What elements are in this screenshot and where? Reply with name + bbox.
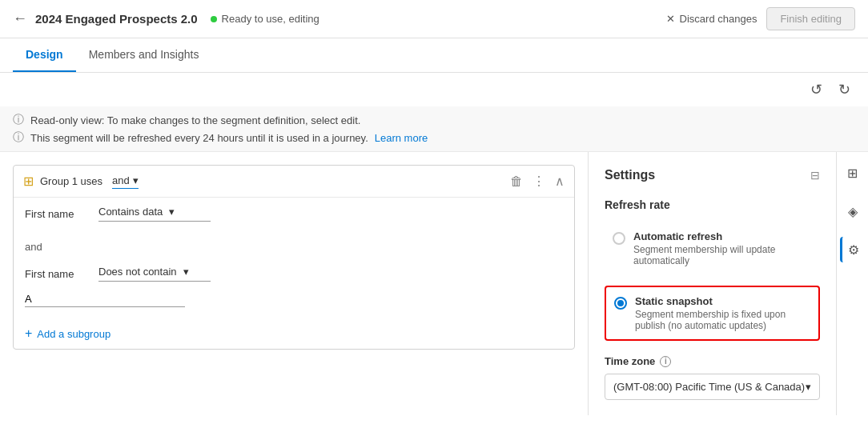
automatic-refresh-content: Automatic refresh Segment membership wil…: [633, 230, 812, 266]
automatic-refresh-desc: Segment membership will update automatic…: [633, 244, 812, 266]
collapse-icon[interactable]: ∧: [555, 174, 565, 189]
info-icon-1: ⓘ: [13, 113, 24, 127]
condition-row-2: First name Does not contain ▾: [14, 258, 574, 318]
back-button[interactable]: ←: [13, 10, 27, 27]
tab-design[interactable]: Design: [13, 38, 76, 72]
cube-icon[interactable]: ◈: [840, 198, 866, 224]
timezone-value: (GMT-08:00) Pacific Time (US & Canada): [613, 381, 805, 393]
finish-editing-button[interactable]: Finish editing: [766, 7, 855, 30]
info-icon-2: ⓘ: [13, 130, 24, 145]
static-snapshot-desc: Segment membership is fixed upon publish…: [635, 309, 810, 331]
and-separator: and: [14, 236, 574, 258]
status-dot: [211, 16, 217, 22]
chevron-down-icon: ▾: [133, 174, 139, 186]
tab-members-insights[interactable]: Members and Insights: [76, 38, 212, 72]
group-box: ⊞ Group 1 uses and ▾ 🗑 ⋮ ∧ First name Co…: [13, 165, 575, 350]
group-actions: 🗑 ⋮ ∧: [510, 174, 565, 189]
discard-label: Discard changes: [680, 13, 757, 25]
operator-value: and: [112, 174, 130, 186]
static-snapshot-radio[interactable]: [614, 297, 627, 310]
group-icon: ⊞: [23, 174, 34, 189]
discard-button[interactable]: ✕ Discard changes: [666, 13, 757, 25]
automatic-refresh-radio[interactable]: [613, 232, 625, 245]
group-operator-dropdown[interactable]: and ▾: [112, 174, 139, 189]
tabs: Design Members and Insights: [0, 38, 868, 73]
group-label: Group 1 uses: [40, 175, 102, 187]
value-input-container: [25, 288, 563, 310]
side-icons-panel: ⊞ ◈ ⚙: [836, 152, 868, 415]
notification-1: ⓘ Read-only view: To make changes to the…: [13, 113, 855, 127]
automatic-refresh-option[interactable]: Automatic refresh Segment membership wil…: [605, 222, 820, 274]
undo-redo-toolbar: ↺ ↻: [0, 73, 868, 106]
undo-button[interactable]: ↺: [806, 79, 827, 100]
redo-button[interactable]: ↻: [834, 79, 855, 100]
settings-panel-icon[interactable]: ⊟: [810, 169, 820, 182]
operator-select-2[interactable]: Does not contain ▾: [98, 266, 211, 282]
static-snapshot-option[interactable]: Static snapshot Segment membership is fi…: [605, 286, 820, 341]
status-text: Ready to use, editing: [222, 13, 319, 25]
notification-text-1: Read-only view: To make changes to the s…: [30, 114, 360, 126]
settings-title: Settings: [605, 168, 655, 182]
notification-2: ⓘ This segment will be refreshed every 2…: [13, 130, 855, 145]
condition-value-input[interactable]: [25, 291, 185, 307]
top-actions: ✕ Discard changes Finish editing: [666, 7, 855, 30]
timezone-info-icon: i: [660, 356, 671, 367]
timezone-section: Time zone i (GMT-08:00) Pacific Time (US…: [605, 355, 820, 400]
condition-row-1: First name Contains data ▾: [14, 198, 574, 236]
main-content: ⊞ Group 1 uses and ▾ 🗑 ⋮ ∧ First name Co…: [0, 152, 868, 415]
timezone-dropdown[interactable]: (GMT-08:00) Pacific Time (US & Canada) ▾: [605, 374, 820, 400]
add-subgroup-button[interactable]: + Add a subgroup: [14, 318, 574, 349]
static-snapshot-label: Static snapshot: [635, 295, 810, 307]
delete-icon[interactable]: 🗑: [510, 174, 523, 189]
page-title: 2024 Engaged Prospects 2.0: [35, 12, 198, 26]
operator-value-1: Contains data: [98, 206, 163, 218]
learn-more-link[interactable]: Learn more: [375, 132, 428, 144]
group-header: ⊞ Group 1 uses and ▾ 🗑 ⋮ ∧: [14, 166, 574, 198]
close-icon: ✕: [666, 13, 675, 25]
settings-header: Settings ⊟: [605, 168, 820, 182]
notification-text-2: This segment will be refreshed every 24 …: [30, 132, 368, 144]
plus-icon: +: [25, 326, 32, 341]
refresh-rate-title: Refresh rate: [605, 198, 820, 211]
grid-icon[interactable]: ⊞: [840, 160, 866, 186]
operator-chevron-1: ▾: [169, 206, 175, 218]
notifications-area: ⓘ Read-only view: To make changes to the…: [0, 106, 868, 152]
top-bar: ← 2024 Engaged Prospects 2.0 Ready to us…: [0, 0, 868, 38]
add-subgroup-label: Add a subgroup: [37, 328, 111, 340]
timezone-label: Time zone i: [605, 355, 820, 367]
operator-value-2: Does not contain: [98, 266, 177, 278]
operator-select-1[interactable]: Contains data ▾: [98, 206, 211, 222]
settings-icon[interactable]: ⚙: [840, 237, 866, 262]
more-icon[interactable]: ⋮: [532, 174, 545, 189]
automatic-refresh-label: Automatic refresh: [633, 230, 812, 242]
field-label-1: First name: [25, 208, 89, 220]
settings-panel: Settings ⊟ Refresh rate Automatic refres…: [588, 152, 836, 415]
operator-chevron-2: ▾: [183, 266, 189, 278]
static-snapshot-content: Static snapshot Segment membership is fi…: [635, 295, 810, 331]
timezone-chevron-icon: ▾: [806, 381, 811, 393]
left-panel: ⊞ Group 1 uses and ▾ 🗑 ⋮ ∧ First name Co…: [0, 152, 588, 415]
field-label-2: First name: [25, 268, 89, 280]
